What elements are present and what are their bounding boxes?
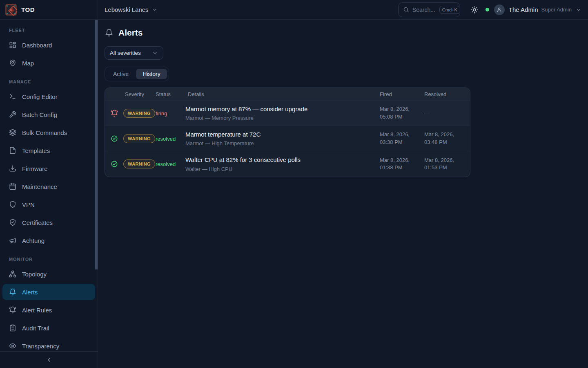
sidebar-item-config-editor[interactable]: Config Editor bbox=[2, 88, 95, 105]
sidebar-item-label: Audit Trail bbox=[22, 325, 49, 332]
page-header: Alerts bbox=[105, 28, 581, 38]
alert-title: Marmot memory at 87% — consider upgrade bbox=[185, 105, 380, 113]
severity-badge: WARNING bbox=[123, 134, 155, 143]
sidebar-item-transparency[interactable]: Transparency bbox=[2, 338, 95, 351]
sidebar-item-achtung[interactable]: Achtung bbox=[2, 232, 95, 249]
org-switcher[interactable]: Lebowski Lanes bbox=[105, 6, 158, 13]
fired-time: Mar 8, 2026, 01:38 PM bbox=[380, 157, 424, 171]
clipboard-icon bbox=[9, 324, 16, 332]
sidebar-item-audit-trail[interactable]: Audit Trail bbox=[2, 320, 95, 336]
search-input[interactable] bbox=[412, 7, 436, 13]
layers-icon bbox=[9, 129, 16, 136]
sidebar-collapse-button[interactable] bbox=[42, 353, 56, 366]
column-header-severity: Severity bbox=[123, 91, 156, 97]
wrench-icon bbox=[9, 111, 16, 118]
resolved-time: — bbox=[424, 109, 470, 117]
alert-subtitle: Marmot — Memory Pressure bbox=[185, 115, 380, 121]
sidebar-section-items: Topology Alerts Alert Rules Audit Trail … bbox=[2, 266, 95, 351]
sidebar-item-vpn[interactable]: VPN bbox=[2, 196, 95, 213]
sidebar-item-label: Firmware bbox=[22, 165, 48, 172]
org-name: Lebowski Lanes bbox=[105, 6, 149, 13]
sidebar-item-batch-config[interactable]: Batch Config bbox=[2, 106, 95, 123]
avatar[interactable] bbox=[494, 4, 505, 15]
sidebar-item-label: Topology bbox=[22, 271, 47, 278]
online-status-dot bbox=[486, 8, 489, 11]
user-menu-button[interactable] bbox=[576, 7, 581, 13]
sun-icon bbox=[471, 6, 478, 13]
topbar-actions: Cmd+K The Admin Super Admin bbox=[398, 2, 581, 17]
file-icon bbox=[9, 147, 16, 154]
severity-badge: WARNING bbox=[123, 109, 155, 118]
column-header-status: Status bbox=[156, 91, 185, 97]
sidebar-item-alerts[interactable]: Alerts bbox=[2, 284, 95, 300]
fired-time: Mar 8, 2026, 03:38 PM bbox=[380, 131, 424, 146]
user-role-badge: Super Admin bbox=[541, 7, 572, 13]
sidebar-item-certificates[interactable]: Certificates bbox=[2, 214, 95, 231]
tab-active[interactable]: Active bbox=[107, 69, 135, 79]
sidebar-item-map[interactable]: Map bbox=[2, 55, 95, 71]
sidebar-item-templates[interactable]: Templates bbox=[2, 142, 95, 159]
theme-toggle-button[interactable] bbox=[471, 6, 478, 13]
sidebar-item-label: Templates bbox=[22, 147, 50, 154]
topology-icon bbox=[9, 270, 16, 278]
sidebar-section: FLEET Dashboard Map bbox=[2, 21, 95, 71]
chevron-down-icon bbox=[152, 50, 158, 56]
sidebar-item-maintenance[interactable]: Maintenance bbox=[2, 178, 95, 195]
table-body: WARNING firing Marmot memory at 87% — co… bbox=[105, 101, 470, 177]
alert-title: Marmot temperature at 72C bbox=[185, 130, 380, 139]
sidebar-item-alert-rules[interactable]: Alert Rules bbox=[2, 302, 95, 318]
resolved-time: Mar 8, 2026, 03:48 PM bbox=[424, 131, 470, 146]
topbar: Lebowski Lanes Cmd+K bbox=[98, 0, 588, 20]
sidebar-item-label: Alert Rules bbox=[22, 307, 52, 314]
shield-check-icon bbox=[9, 219, 16, 226]
sidebar-section: MONITOR Topology Alerts Alert Rules Audi… bbox=[2, 250, 95, 351]
map-pin-icon bbox=[9, 59, 16, 67]
status-text: resolved bbox=[156, 161, 176, 167]
table-row[interactable]: WARNING resolved Walter CPU at 82% for 3… bbox=[105, 151, 470, 177]
sidebar-item-label: Map bbox=[22, 60, 34, 67]
sidebar-section: MANAGE Config Editor Batch Config Bulk C… bbox=[2, 73, 95, 249]
sidebar-scrollbar[interactable] bbox=[95, 20, 98, 269]
sidebar-nav: FLEET Dashboard Map MANAGE Config Editor… bbox=[0, 20, 98, 351]
bell-ring-icon bbox=[111, 110, 118, 117]
alert-subtitle: Marmot — High Temperature bbox=[185, 140, 380, 146]
column-header-fired: Fired bbox=[380, 91, 424, 97]
table-row[interactable]: WARNING firing Marmot memory at 87% — co… bbox=[105, 101, 470, 126]
sidebar-item-topology[interactable]: Topology bbox=[2, 266, 95, 282]
brand-name: TOD bbox=[21, 6, 35, 13]
page-title: Alerts bbox=[118, 28, 143, 38]
alerts-view-tabs: Active History bbox=[105, 67, 169, 81]
content-area: Lebowski Lanes Cmd+K bbox=[98, 0, 588, 368]
sidebar-item-label: Batch Config bbox=[22, 111, 57, 118]
terminal-icon bbox=[9, 93, 16, 100]
sidebar-item-label: Dashboard bbox=[22, 42, 52, 49]
status-text: resolved bbox=[156, 136, 176, 142]
alert-subtitle: Walter — High CPU bbox=[185, 166, 380, 172]
alert-title: Walter CPU at 82% for 3 consecutive poll… bbox=[185, 156, 380, 164]
table-row[interactable]: WARNING resolved Marmot temperature at 7… bbox=[105, 126, 470, 151]
search-box[interactable]: Cmd+K bbox=[398, 2, 460, 17]
bell-icon bbox=[9, 288, 16, 296]
sidebar-item-label: Bulk Commands bbox=[22, 129, 67, 136]
sidebar-item-firmware[interactable]: Firmware bbox=[2, 160, 95, 177]
tod-logo-icon bbox=[5, 4, 17, 16]
severity-filter-value: All severities bbox=[110, 50, 141, 56]
sidebar: TOD FLEET Dashboard Map MANAGE Config Ed… bbox=[0, 0, 98, 368]
column-header-details: Details bbox=[185, 91, 380, 97]
severity-badge: WARNING bbox=[123, 159, 155, 168]
sidebar-header: TOD bbox=[0, 0, 98, 20]
sidebar-item-label: Config Editor bbox=[22, 93, 58, 100]
severity-filter-select[interactable]: All severities bbox=[105, 46, 163, 60]
sidebar-item-bulk-commands[interactable]: Bulk Commands bbox=[2, 124, 95, 141]
chevron-down-icon bbox=[576, 7, 581, 13]
sidebar-item-dashboard[interactable]: Dashboard bbox=[2, 37, 95, 53]
eye-icon bbox=[9, 342, 16, 350]
user-name: The Admin bbox=[509, 6, 538, 13]
bell-ring-icon bbox=[9, 306, 16, 314]
sidebar-item-label: Certificates bbox=[22, 219, 53, 226]
sidebar-item-label: Maintenance bbox=[22, 183, 57, 190]
check-circle-icon bbox=[111, 135, 118, 142]
tab-history[interactable]: History bbox=[136, 69, 167, 79]
column-header-resolved: Resolved bbox=[424, 91, 470, 97]
chevron-down-icon bbox=[152, 7, 158, 13]
